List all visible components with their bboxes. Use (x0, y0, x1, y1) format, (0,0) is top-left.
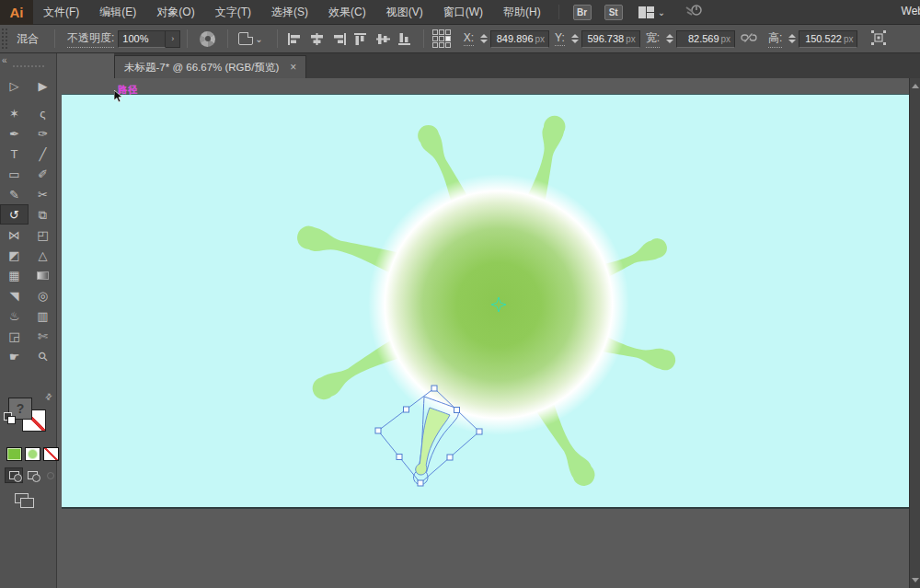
column-graph-tool[interactable]: ▥ (29, 306, 57, 326)
selection-handle[interactable] (375, 428, 381, 433)
opacity-dropdown-button[interactable]: › (166, 30, 180, 48)
scroll-up-icon[interactable] (912, 84, 919, 88)
rectangle-tool[interactable]: ▭ (0, 164, 29, 184)
height-field[interactable]: 150.522 px (799, 30, 857, 48)
shape-builder-tool[interactable]: ◩ (0, 245, 29, 265)
height-stepper[interactable] (788, 34, 796, 43)
line-segment-tool[interactable]: ╱ (29, 144, 57, 164)
close-tab-icon[interactable]: × (290, 61, 296, 74)
cs-live-sync-icon[interactable] (685, 4, 702, 20)
selection-handle[interactable] (431, 386, 437, 391)
free-transform-tool[interactable]: ◰ (29, 225, 57, 245)
gradient-tool[interactable] (29, 265, 57, 285)
magic-wand-tool[interactable]: ✶ (0, 103, 29, 123)
arrange-documents-icon[interactable] (638, 6, 654, 18)
blend-tool[interactable]: ◎ (29, 285, 57, 306)
opacity-label[interactable]: 不透明度: (67, 30, 114, 48)
align-bottom-icon[interactable] (395, 29, 417, 49)
draw-normal-button[interactable] (5, 467, 23, 483)
width-tool[interactable]: ⋈ (0, 225, 29, 245)
menu-window[interactable]: 窗口(W) (433, 0, 493, 24)
color-button[interactable] (6, 447, 22, 461)
app-logo[interactable]: Ai (0, 0, 33, 25)
chevron-down-icon[interactable]: ⌄ (658, 7, 665, 17)
menu-file[interactable]: 文件(F) (33, 0, 89, 24)
draw-behind-button[interactable] (23, 467, 41, 483)
menu-object[interactable]: 对象(O) (146, 0, 204, 24)
pen-tool[interactable]: ✒ (0, 123, 29, 144)
panel-grip[interactable] (13, 65, 44, 67)
none-button[interactable] (43, 447, 59, 461)
menu-select[interactable]: 选择(S) (261, 0, 318, 24)
collapse-panel-button[interactable]: « (2, 55, 7, 65)
selection-handle[interactable] (454, 408, 460, 413)
lasso-tool[interactable]: ς (29, 103, 57, 123)
width-label[interactable]: 宽: (646, 30, 660, 48)
transform-icon[interactable] (870, 30, 887, 48)
menu-effect[interactable]: 效果(C) (318, 0, 376, 24)
document-tab-title: 未标题-7* @ 66.67% (RGB/预览) (124, 61, 279, 75)
bridge-button[interactable]: Br (573, 5, 592, 20)
selection-handle[interactable] (404, 407, 409, 412)
selection-handle[interactable] (447, 455, 453, 460)
selection-tool[interactable]: ▷ (0, 75, 29, 96)
sun-circle[interactable] (368, 174, 629, 435)
x-field[interactable]: 849.896 px (490, 30, 549, 48)
draw-inside-button[interactable] (41, 467, 60, 483)
document-tab[interactable]: 未标题-7* @ 66.67% (RGB/预览) × (114, 55, 306, 78)
align-h-center-icon[interactable] (306, 29, 328, 49)
align-left-icon[interactable] (284, 29, 306, 49)
menu-view[interactable]: 视图(V) (376, 0, 433, 24)
blob-brush-tool[interactable]: ✑ (29, 123, 57, 144)
y-field[interactable]: 596.738 px (581, 30, 640, 48)
width-field[interactable]: 82.569 px (676, 30, 735, 48)
document-setup-icon[interactable] (238, 32, 253, 45)
document-viewport[interactable]: 未标题-7* @ 66.67% (RGB/预览) × 路径 (57, 53, 920, 588)
menu-help[interactable]: 帮助(H) (493, 0, 551, 24)
hand-tool[interactable]: ☛ (0, 346, 29, 366)
opacity-field[interactable]: 100% (118, 30, 166, 48)
x-label[interactable]: X: (464, 31, 474, 46)
menu-edit[interactable]: 编辑(E) (89, 0, 146, 24)
scissors-tool[interactable]: ✂ (29, 184, 57, 204)
default-fill-stroke-icon[interactable] (4, 412, 12, 421)
type-tool[interactable]: T (0, 144, 29, 164)
scroll-down-icon[interactable] (912, 578, 919, 582)
align-v-center-icon[interactable] (373, 29, 395, 49)
menu-type[interactable]: 文字(T) (205, 0, 261, 24)
stock-button[interactable]: St (604, 5, 623, 20)
symbol-sprayer-tool[interactable]: ♨ (0, 306, 29, 326)
zoom-tool[interactable]: ⚲ (29, 346, 57, 366)
mesh-tool[interactable]: ▦ (0, 265, 29, 285)
direct-selection-tool[interactable]: ▶ (29, 75, 57, 96)
workspace-name[interactable]: Web (902, 5, 920, 17)
x-stepper[interactable] (480, 34, 488, 43)
swap-fill-stroke-icon[interactable]: ⇄ (43, 391, 54, 402)
controlbar-grip[interactable] (2, 29, 7, 49)
artboard-tool[interactable]: ◲ (0, 326, 29, 346)
align-right-icon[interactable] (328, 29, 351, 49)
selection-handle[interactable] (397, 455, 402, 460)
pencil-tool[interactable]: ✎ (0, 184, 29, 204)
rotate-tool[interactable]: ↺ (0, 204, 29, 225)
screen-mode-button[interactable] (15, 493, 35, 508)
selection-handle[interactable] (418, 480, 423, 486)
align-top-icon[interactable] (351, 29, 373, 49)
width-stepper[interactable] (666, 34, 673, 43)
scale-tool[interactable]: ⧉ (29, 204, 57, 225)
height-label[interactable]: 高: (768, 30, 782, 48)
vertical-scrollbar[interactable] (909, 78, 920, 588)
perspective-grid-tool[interactable]: △ (29, 245, 57, 265)
y-label[interactable]: Y: (555, 31, 565, 46)
paintbrush-tool[interactable]: ✐ (29, 164, 57, 184)
gradient-button[interactable] (25, 447, 40, 461)
y-stepper[interactable] (571, 34, 579, 43)
selection-handle[interactable] (477, 429, 482, 434)
unlink-dimensions-icon[interactable] (741, 32, 757, 46)
chevron-down-icon[interactable]: ⌄ (255, 34, 262, 44)
recolor-artwork-icon[interactable] (200, 31, 215, 47)
slice-tool[interactable]: ✄ (29, 326, 57, 346)
eyedropper-tool[interactable]: ◥ (0, 285, 29, 306)
reference-point-icon[interactable] (432, 29, 451, 48)
artboard[interactable] (62, 94, 909, 509)
